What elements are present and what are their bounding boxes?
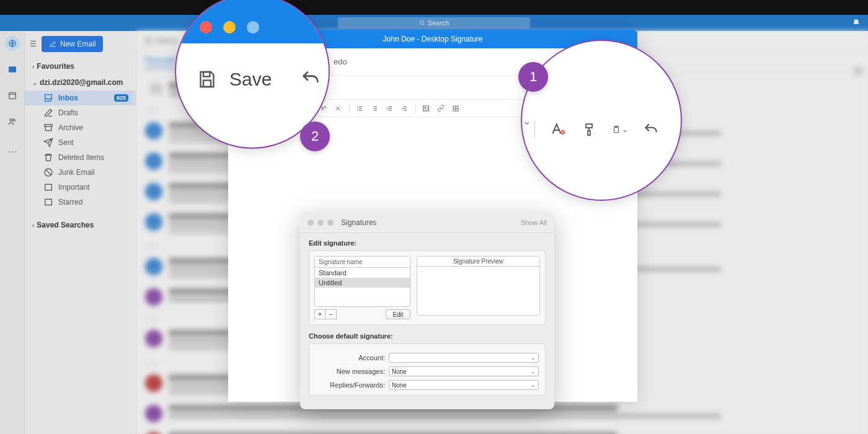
sent-folder[interactable]: Sent (25, 135, 136, 150)
svg-point-7 (13, 119, 15, 121)
svg-line-1 (423, 24, 425, 25)
minimize-window-icon[interactable] (223, 21, 236, 33)
svg-point-17 (357, 110, 358, 111)
starred-folder[interactable]: Starred (25, 195, 136, 210)
svg-rect-12 (45, 199, 52, 205)
svg-point-16 (357, 108, 358, 109)
more-icon[interactable]: ⋯ (5, 144, 20, 159)
svg-rect-20 (359, 110, 363, 110)
svg-rect-3 (9, 66, 16, 72)
new-email-label: New Email (60, 40, 95, 48)
svg-point-31 (425, 107, 426, 108)
search-input[interactable]: Search (338, 17, 530, 29)
zoom-lens-1: ⌄ ⌄ (521, 40, 682, 201)
clear-format-icon[interactable] (334, 105, 343, 112)
callout-badge-1: 1 (518, 62, 548, 92)
search-placeholder: Search (428, 19, 450, 27)
deleted-folder[interactable]: Deleted Items (25, 150, 136, 165)
replies-label: Replies/Forwards: (316, 381, 385, 389)
choose-default-heading: Choose default signature: (309, 332, 546, 340)
undo-remainder: edo (334, 57, 347, 66)
remove-signature-button[interactable]: − (326, 309, 337, 319)
svg-rect-23 (374, 110, 378, 110)
delete-button[interactable]: Delete (144, 37, 177, 45)
window-black-bar (0, 0, 868, 15)
signature-name-list[interactable]: Standard Untitled (315, 268, 410, 306)
svg-rect-21 (374, 106, 378, 107)
focused-tab[interactable]: Focused (145, 56, 175, 68)
edit-signature-button[interactable]: Edit (386, 309, 410, 319)
replies-select[interactable]: None (389, 380, 539, 390)
signatures-preferences-dialog: Signatures Show All Edit signature: Sign… (300, 212, 554, 409)
save-button[interactable]: Save (196, 68, 272, 91)
signature-item-standard[interactable]: Standard (315, 268, 410, 278)
maximize-window-icon[interactable] (247, 21, 259, 33)
indent-icon[interactable] (401, 105, 409, 112)
new-email-button[interactable]: New Email (42, 36, 103, 52)
calendar-icon[interactable] (5, 88, 20, 103)
mail-item[interactable] (136, 427, 868, 434)
inbox-folder[interactable]: Inbox 928 (25, 91, 136, 105)
styles-icon[interactable] (550, 122, 566, 138)
left-rail: ⋯ (0, 31, 25, 434)
folder-sidebar: ☰ New Email ›Favourites ⌄dzi.dzi2020@gma… (25, 31, 136, 434)
link-icon[interactable] (437, 105, 446, 112)
expand-icon[interactable] (854, 67, 863, 76)
svg-rect-14 (152, 85, 161, 92)
new-messages-label: New messages: (316, 368, 385, 375)
undo-icon[interactable] (643, 122, 659, 138)
svg-rect-40 (203, 81, 211, 87)
signature-editor-title: John Doe - Desktop Signature (383, 35, 483, 43)
save-label: Save (229, 69, 272, 90)
account-header[interactable]: ⌄dzi.dzi2020@gmail.com (25, 74, 136, 91)
signature-name-header: Signature name (315, 257, 410, 268)
account-select[interactable] (389, 353, 539, 363)
searchbar: Search (0, 15, 868, 31)
preview-header: Signature Preview (417, 257, 539, 267)
image-icon[interactable] (422, 105, 431, 112)
archive-folder[interactable]: Archive (25, 120, 136, 135)
people-icon[interactable] (5, 114, 20, 129)
svg-rect-22 (374, 108, 378, 108)
svg-point-0 (420, 21, 423, 25)
outdent-icon[interactable] (386, 105, 394, 112)
inbox-count: 928 (114, 94, 128, 102)
junk-folder[interactable]: Junk Email (25, 165, 136, 180)
table-icon[interactable] (452, 105, 461, 112)
mail-icon[interactable] (5, 62, 20, 77)
callout-badge-2: 2 (300, 122, 330, 151)
svg-line-10 (45, 169, 51, 175)
close-window-icon[interactable] (200, 21, 212, 33)
globe-icon[interactable] (5, 36, 20, 51)
close-icon[interactable] (308, 219, 314, 226)
important-folder[interactable]: Important (25, 180, 136, 195)
favourites-header[interactable]: ›Favourites (25, 58, 136, 74)
svg-rect-8 (45, 125, 52, 126)
paste-icon[interactable]: ⌄ (612, 122, 628, 138)
drafts-folder[interactable]: Drafts (25, 105, 136, 120)
hamburger-icon[interactable]: ☰ (30, 40, 37, 48)
minimize-icon[interactable] (317, 219, 324, 226)
svg-rect-19 (359, 108, 363, 108)
signature-preview: Signature Preview (417, 256, 540, 316)
new-messages-select[interactable]: None (389, 366, 539, 376)
undo-icon[interactable] (300, 68, 321, 89)
svg-rect-36 (588, 131, 590, 135)
svg-rect-39 (203, 72, 210, 77)
svg-rect-35 (586, 124, 592, 128)
saved-searches-header[interactable]: ›Saved Searches (25, 217, 136, 233)
svg-point-6 (10, 118, 12, 121)
bullets-icon[interactable] (356, 105, 365, 112)
edit-signature-heading: Edit signature: (309, 239, 546, 247)
svg-rect-4 (9, 92, 16, 99)
notification-icon[interactable] (852, 19, 861, 27)
account-label: Account: (316, 354, 385, 361)
svg-rect-13 (856, 68, 861, 74)
maximize-icon[interactable] (327, 219, 334, 226)
show-all-button[interactable]: Show All (521, 219, 547, 226)
format-painter-icon[interactable] (581, 122, 597, 138)
add-signature-button[interactable]: + (314, 309, 326, 319)
numbering-icon[interactable] (371, 105, 379, 112)
svg-rect-18 (359, 106, 363, 107)
signature-item-untitled[interactable]: Untitled (315, 278, 410, 288)
